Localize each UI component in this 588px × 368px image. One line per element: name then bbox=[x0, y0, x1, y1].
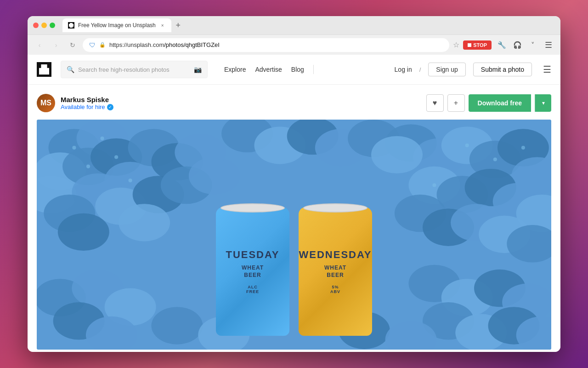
tuesday-type-label: WHEATBEER bbox=[226, 264, 279, 279]
unsplash-logo[interactable] bbox=[37, 62, 51, 77]
headphones-icon[interactable]: 🎧 bbox=[511, 39, 524, 52]
svg-point-64 bbox=[465, 144, 469, 147]
wednesday-can-label: WEDNESDAY WHEATBEER 5%ABV bbox=[292, 249, 379, 293]
svg-point-63 bbox=[432, 183, 436, 187]
download-button[interactable]: Download free bbox=[469, 94, 531, 112]
search-input: Search free high-resolution photos bbox=[78, 66, 190, 73]
title-bar: Free Yellow Image on Unsplash × + bbox=[28, 16, 560, 34]
camera-search-icon[interactable]: 📷 bbox=[194, 66, 202, 73]
collect-button[interactable]: + bbox=[447, 94, 465, 112]
can-top-blue bbox=[220, 203, 285, 213]
site-header: 🔍 Search free high-resolution photos 📷 E… bbox=[28, 55, 560, 85]
svg-point-61 bbox=[129, 178, 132, 182]
page-content: 🔍 Search free high-resolution photos 📷 E… bbox=[28, 55, 560, 352]
download-dropdown-button[interactable]: ▾ bbox=[535, 94, 551, 112]
svg-point-54 bbox=[151, 307, 203, 344]
toolbar-icons: 🔧 🎧 ˅ ☰ bbox=[495, 39, 555, 52]
traffic-lights bbox=[33, 23, 55, 28]
header-divider bbox=[313, 65, 314, 74]
auth-divider: / bbox=[419, 66, 421, 73]
address-input[interactable]: 🛡 🔒 https://unsplash.com/photos/qhgtBITG… bbox=[83, 38, 449, 52]
close-window-button[interactable] bbox=[33, 23, 39, 28]
tab-title: Free Yellow Image on Unsplash bbox=[78, 22, 156, 29]
svg-point-58 bbox=[72, 146, 76, 150]
avatar-image: MS bbox=[37, 94, 55, 112]
active-tab[interactable]: Free Yellow Image on Unsplash × bbox=[62, 18, 171, 32]
svg-point-66 bbox=[521, 146, 525, 150]
refresh-button[interactable]: ↻ bbox=[66, 39, 79, 52]
unsplash-logo-icon bbox=[39, 64, 49, 75]
maximize-window-button[interactable] bbox=[50, 23, 55, 28]
search-bar[interactable]: 🔍 Search free high-resolution photos 📷 bbox=[61, 61, 208, 78]
tab-favicon bbox=[68, 22, 74, 29]
stop-button[interactable]: STOP bbox=[463, 40, 492, 50]
can-top-yellow bbox=[303, 203, 368, 213]
svg-point-60 bbox=[114, 155, 118, 159]
submit-photo-button[interactable]: Submit a photo bbox=[473, 63, 532, 76]
address-text: https://unsplash.com/photos/qhgtBITGZeI bbox=[109, 41, 220, 48]
photographer-status: Available for hire ✓ bbox=[61, 104, 113, 110]
tuesday-detail-label: ALCFREE bbox=[226, 285, 279, 294]
photo-scene: TUESDAY WHEATBEER ALCFREE WEDNESDAY WHEA… bbox=[37, 120, 551, 350]
main-photo: TUESDAY WHEATBEER ALCFREE WEDNESDAY WHEA… bbox=[37, 120, 551, 350]
forward-button[interactable]: › bbox=[50, 39, 62, 52]
search-icon: 🔍 bbox=[67, 66, 74, 73]
svg-point-65 bbox=[493, 157, 497, 161]
tuesday-can-label: TUESDAY WHEATBEER ALCFREE bbox=[218, 249, 287, 293]
verified-badge-icon: ✓ bbox=[107, 104, 113, 110]
cans-container: TUESDAY WHEATBEER ALCFREE WEDNESDAY WHEA… bbox=[216, 207, 372, 350]
svg-point-17 bbox=[58, 213, 109, 251]
hamburger-menu-icon[interactable]: ☰ bbox=[543, 64, 551, 75]
header-nav: Explore Advertise Blog bbox=[224, 66, 304, 73]
shield-icon: 🛡 bbox=[89, 41, 96, 49]
svg-point-16 bbox=[119, 204, 170, 241]
avatar[interactable]: MS bbox=[37, 94, 55, 112]
nav-explore[interactable]: Explore bbox=[224, 66, 246, 73]
photo-meta: MS Markus Spiske Available for hire ✓ ♥ … bbox=[37, 94, 551, 112]
signup-button[interactable]: Sign up bbox=[428, 63, 465, 76]
tabs-area: Free Yellow Image on Unsplash × + bbox=[62, 18, 555, 32]
wednesday-day-label: WEDNESDAY bbox=[299, 249, 372, 261]
lock-icon: 🔒 bbox=[99, 42, 106, 48]
wednesday-can: WEDNESDAY WHEATBEER 5%ABV bbox=[299, 207, 372, 336]
nav-advertise[interactable]: Advertise bbox=[255, 66, 282, 73]
wednesday-type-label: WHEATBEER bbox=[299, 264, 372, 279]
wednesday-detail-label: 5%ABV bbox=[299, 285, 372, 294]
address-bar: ‹ › ↻ 🛡 🔒 https://unsplash.com/photos/qh… bbox=[28, 34, 560, 55]
svg-point-59 bbox=[100, 137, 104, 140]
auth-area: Log in / Sign up Submit a photo ☰ bbox=[395, 63, 551, 76]
bookmark-icon[interactable]: ☆ bbox=[453, 40, 459, 49]
svg-point-18 bbox=[189, 157, 240, 194]
photo-area: MS Markus Spiske Available for hire ✓ ♥ … bbox=[28, 85, 560, 352]
svg-point-62 bbox=[86, 165, 90, 168]
photographer-info: Markus Spiske Available for hire ✓ bbox=[61, 96, 113, 110]
photographer-name[interactable]: Markus Spiske bbox=[61, 96, 113, 104]
like-button[interactable]: ♥ bbox=[426, 94, 444, 112]
back-button[interactable]: ‹ bbox=[33, 39, 46, 52]
tab-close-button[interactable]: × bbox=[159, 22, 166, 29]
minimize-window-button[interactable] bbox=[41, 23, 47, 28]
new-tab-button[interactable]: + bbox=[171, 18, 185, 32]
photo-actions: ♥ + Download free ▾ bbox=[426, 94, 551, 112]
stop-square-icon bbox=[468, 43, 471, 47]
browser-window: Free Yellow Image on Unsplash × + ‹ › ↻ … bbox=[28, 16, 560, 352]
chevron-down-icon[interactable]: ˅ bbox=[526, 39, 539, 52]
tuesday-can: TUESDAY WHEATBEER ALCFREE bbox=[216, 207, 289, 336]
svg-point-53 bbox=[371, 136, 423, 173]
wrench-icon[interactable]: 🔧 bbox=[495, 39, 508, 52]
login-link[interactable]: Log in bbox=[395, 66, 412, 73]
menu-icon[interactable]: ☰ bbox=[542, 39, 555, 52]
tuesday-day-label: TUESDAY bbox=[226, 249, 279, 261]
nav-blog[interactable]: Blog bbox=[291, 66, 304, 73]
